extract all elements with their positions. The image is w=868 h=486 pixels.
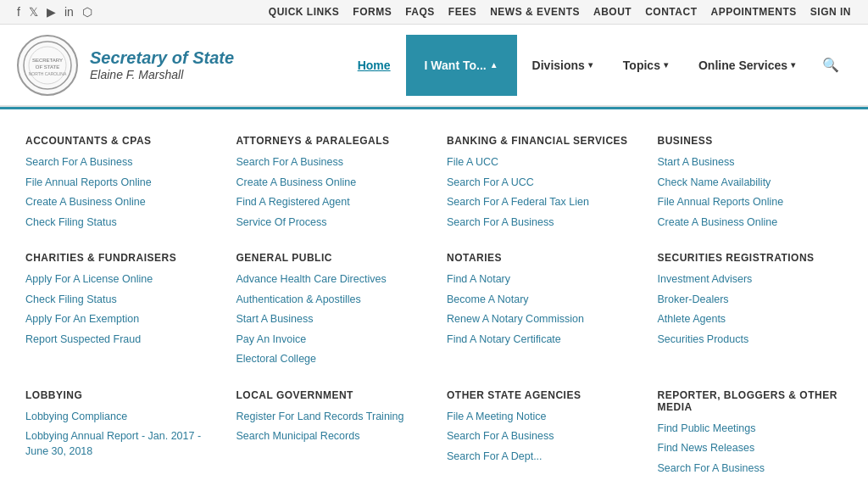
acct-search-business[interactable]: Search For A Business [25,155,211,170]
osa-meeting-notice[interactable]: File A Meeting Notice [447,410,632,425]
char-apply-license[interactable]: Apply For A License Online [25,272,211,288]
forms-link[interactable]: FORMS [353,6,392,18]
faqs-link[interactable]: FAQS [405,6,435,18]
rss-icon[interactable]: ⬡ [82,5,92,19]
lg-land-records-training[interactable]: Register For Land Records Training [236,410,422,425]
bank-file-ucc[interactable]: File A UCC [447,155,632,170]
facebook-icon[interactable]: f [17,5,20,19]
acct-create-business[interactable]: Create A Business Online [25,195,211,210]
lob-annual-report[interactable]: Lobbying Annual Report - Jan. 2017 - Jun… [25,429,211,459]
menu-title-media: REPORTER, BLOGGERS & OTHER MEDIA [658,389,843,413]
menu-title-charities: CHARITIES & FUNDRAISERS [25,252,211,264]
search-icon-button[interactable]: 🔍 [810,33,851,97]
atty-search-business[interactable]: Search For A Business [236,155,422,170]
menu-title-notaries: NOTARIES [447,252,632,264]
menu-section-notaries: NOTARIES Find A Notary Become A Notary R… [438,252,641,372]
gp-authentication[interactable]: Authentication & Apostilles [236,293,422,308]
social-icons: f 𝕏 ▶ in ⬡ [17,5,92,19]
online-services-chevron: ▾ [791,60,795,70]
linkedin-icon[interactable]: in [64,5,74,19]
divisions-chevron: ▾ [588,60,593,70]
not-become-notary[interactable]: Become A Notary [447,293,632,308]
svg-text:SECRETARY: SECRETARY [32,58,63,63]
contact-link[interactable]: CONTACT [645,6,697,18]
media-news-releases[interactable]: Find News Releases [658,441,843,456]
not-renew-commission[interactable]: Renew A Notary Commission [447,312,632,327]
acct-check-filing[interactable]: Check Filing Status [25,215,211,231]
menu-title-attorneys: ATTORNEYS & PARALEGALS [236,135,422,147]
top-nav: QUICK LINKS FORMS FAQS FEES NEWS & EVENT… [269,6,851,18]
menu-title-banking: BANKING & FINANCIAL SERVICES [447,135,632,147]
sec-broker-dealers[interactable]: Broker-Dealers [658,293,843,308]
iwantto-chevron: ▲ [490,60,498,70]
menu-title-local-gov: LOCAL GOVERNMENT [236,389,422,401]
news-events-link[interactable]: NEWS & EVENTS [490,6,580,18]
nav-online-services[interactable]: Online Services ▾ [683,35,810,96]
youtube-icon[interactable]: ▶ [47,5,56,19]
menu-section-general-public: GENERAL PUBLIC Advance Health Care Direc… [228,252,431,372]
about-link[interactable]: ABOUT [593,6,632,18]
bank-search-tax-lien[interactable]: Search For A Federal Tax Lien [447,195,632,210]
biz-check-name[interactable]: Check Name Availability [658,176,843,191]
fees-link[interactable]: FEES [448,6,476,18]
not-find-certificate[interactable]: Find A Notary Certificate [447,332,632,348]
menu-section-local-gov: LOCAL GOVERNMENT Register For Land Recor… [228,389,431,482]
osa-search-business[interactable]: Search For A Business [447,429,632,444]
menu-title-other-agencies: OTHER STATE AGENCIES [447,389,632,401]
svg-text:NORTH CAROLINA: NORTH CAROLINA [29,71,67,76]
media-public-meetings[interactable]: Find Public Meetings [658,422,843,437]
header: SECRETARY OF STATE NORTH CAROLINA Secret… [0,25,868,107]
menu-section-accountants: ACCOUNTANTS & CPAS Search For A Business… [17,135,220,235]
mega-menu: ACCOUNTANTS & CPAS Search For A Business… [0,107,868,486]
main-nav: Home I Want To... ▲ Divisions ▾ Topics ▾… [234,33,851,97]
atty-registered-agent[interactable]: Find A Registered Agent [236,195,422,210]
char-check-filing[interactable]: Check Filing Status [25,293,211,308]
biz-start[interactable]: Start A Business [658,155,843,170]
atty-service-process[interactable]: Service Of Process [236,215,422,231]
twitter-icon[interactable]: 𝕏 [29,5,38,19]
menu-section-other-agencies: OTHER STATE AGENCIES File A Meeting Noti… [438,389,641,482]
osa-search-dept[interactable]: Search For A Dept... [447,450,632,465]
nav-divisions[interactable]: Divisions ▾ [517,35,608,96]
sec-securities-products[interactable]: Securities Products [658,332,843,348]
nav-topics[interactable]: Topics ▾ [608,35,683,96]
acct-file-annual[interactable]: File Annual Reports Online [25,176,211,191]
gp-pay-invoice[interactable]: Pay An Invoice [236,332,422,348]
biz-file-annual[interactable]: File Annual Reports Online [658,195,843,210]
lob-compliance[interactable]: Lobbying Compliance [25,410,211,425]
atty-create-business[interactable]: Create A Business Online [236,176,422,191]
biz-create-online[interactable]: Create A Business Online [658,215,843,231]
logo-text: Secretary of State Elaine F. Marshall [90,48,234,81]
appointments-link[interactable]: APPOINTMENTS [710,6,796,18]
menu-section-charities: CHARITIES & FUNDRAISERS Apply For A Lice… [17,252,220,372]
menu-title-business: BUSINESS [658,135,843,147]
sec-investment-advisers[interactable]: Investment Advisers [658,272,843,288]
seal-svg: SECRETARY OF STATE NORTH CAROLINA [22,40,73,91]
quicklinks-link[interactable]: QUICK LINKS [269,6,340,18]
bank-search-business[interactable]: Search For A Business [447,215,632,231]
char-report-fraud[interactable]: Report Suspected Fraud [25,332,211,348]
nav-i-want-to[interactable]: I Want To... ▲ [406,35,517,96]
menu-section-securities: SECURITIES REGISTRATIONS Investment Advi… [649,252,852,372]
menu-section-lobbying: LOBBYING Lobbying Compliance Lobbying An… [17,389,220,482]
sign-in-link[interactable]: SIGN IN [810,6,851,18]
org-subtitle: Elaine F. Marshall [90,68,234,81]
menu-section-banking: BANKING & FINANCIAL SERVICES File A UCC … [438,135,641,235]
menu-title-accountants: ACCOUNTANTS & CPAS [25,135,211,147]
topics-chevron: ▾ [664,60,668,70]
lg-municipal-records[interactable]: Search Municipal Records [236,429,422,444]
menu-section-media: REPORTER, BLOGGERS & OTHER MEDIA Find Pu… [649,389,852,482]
gp-health-care-directives[interactable]: Advance Health Care Directives [236,272,422,288]
gp-start-business[interactable]: Start A Business [236,312,422,327]
org-title: Secretary of State [90,48,234,68]
gp-electoral-college[interactable]: Electoral College [236,352,422,367]
nav-home[interactable]: Home [342,35,406,96]
bank-search-ucc[interactable]: Search For A UCC [447,176,632,191]
top-bar: f 𝕏 ▶ in ⬡ QUICK LINKS FORMS FAQS FEES N… [0,0,868,25]
not-find-notary[interactable]: Find A Notary [447,272,632,288]
menu-title-securities: SECURITIES REGISTRATIONS [658,252,843,264]
menu-section-business: BUSINESS Start A Business Check Name Ava… [649,135,852,235]
media-search-business[interactable]: Search For A Business [658,461,843,477]
char-apply-exemption[interactable]: Apply For An Exemption [25,312,211,327]
sec-athlete-agents[interactable]: Athlete Agents [658,312,843,327]
